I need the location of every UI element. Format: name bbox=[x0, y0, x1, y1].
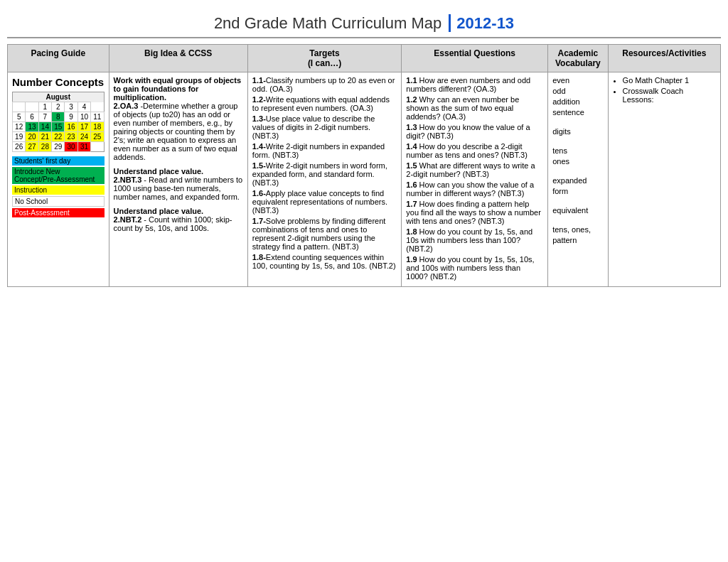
vocab-item: addition bbox=[552, 97, 603, 106]
calendar-row: 1 2 3 4 bbox=[13, 102, 105, 112]
vocab-item: sentence bbox=[552, 108, 603, 117]
vocab-cell: even odd addition sentence digits tens o… bbox=[548, 72, 608, 287]
legend-noschool: No School bbox=[12, 196, 105, 207]
header-targets: Targets(I can…) bbox=[247, 45, 401, 72]
header-vocab: AcademicVocabulary bbox=[548, 45, 608, 72]
list-item: 1.3 How do you know the value of a digit… bbox=[406, 123, 543, 140]
legend-firstday: Students' first day bbox=[12, 156, 105, 166]
list-item: 1.3-Use place value to describe the valu… bbox=[252, 114, 397, 140]
bigidea-section1: Work with equal groups of objects to gai… bbox=[114, 76, 243, 161]
questions-cell: 1.1 How are even numbers and odd numbers… bbox=[402, 72, 548, 287]
list-item: 1.2 Why can an even number be shown as t… bbox=[406, 95, 543, 121]
vocab-item: equivalent bbox=[552, 206, 603, 215]
legend: Students' first day Introduce New Concep… bbox=[12, 156, 105, 217]
resources-cell: Go Math Chapter 1 Crosswalk Coach Lesson… bbox=[608, 72, 720, 287]
list-item: 1.5 What are different ways to write a 2… bbox=[406, 161, 543, 178]
bigidea-desc1: -Determine whether a group of objects (u… bbox=[114, 102, 238, 161]
vocab-item: ones bbox=[552, 157, 603, 166]
vocab-item: tens bbox=[552, 146, 603, 155]
bigidea-section3: Understand place value. 2.NBT.2 - Count … bbox=[114, 207, 243, 232]
bigidea-standard3: 2.NBT.2 bbox=[114, 215, 142, 224]
bigidea-title3: Understand place value. bbox=[114, 207, 204, 215]
list-item: 1.1 How are even numbers and odd numbers… bbox=[406, 76, 543, 93]
list-item: 1.5-Write 2-digit numbers in word form, … bbox=[252, 161, 397, 187]
title-year: 2012-13 bbox=[449, 14, 514, 32]
content-row: Number Concepts August 1 2 3 4 5 bbox=[8, 72, 721, 287]
table-header-row: Pacing Guide Big Idea & CCSS Targets(I c… bbox=[8, 45, 721, 72]
bigidea-section2: Understand place value. 2.NBT.3 - Read a… bbox=[114, 167, 243, 201]
vocab-item: tens, ones, bbox=[552, 225, 603, 234]
list-item: 1.2-Write equations with equal addends t… bbox=[252, 95, 397, 112]
calendar-month: August bbox=[13, 92, 105, 102]
vocab-item: form bbox=[552, 187, 603, 195]
header-questions: Essential Questions bbox=[402, 45, 548, 72]
list-item: 1.6-Apply place value concepts to find e… bbox=[252, 189, 397, 215]
calendar-row: 12 13 14 15 16 17 18 bbox=[13, 122, 105, 132]
list-item: 1.7 How does finding a pattern help you … bbox=[406, 200, 543, 225]
targets-list: 1.1-Classify numbers up to 20 as even or… bbox=[252, 76, 397, 270]
bigidea-standard2: 2.NBT.3 bbox=[114, 175, 142, 184]
legend-introduce: Introduce New Concept/Pre-Assessment bbox=[12, 167, 105, 184]
list-item: 1.7-Solve problems by finding different … bbox=[252, 217, 397, 251]
section-title: Number Concepts bbox=[12, 76, 105, 88]
vocab-item: expanded bbox=[552, 176, 603, 185]
legend-postassessment: Post-Assessment bbox=[12, 208, 105, 217]
title-main: 2nd Grade Math Curriculum Map bbox=[214, 14, 441, 32]
list-item: 1.8 How do you count by 1s, 5s, and 10s … bbox=[406, 227, 543, 253]
calendar-row: 5 6 7 8 9 10 11 bbox=[13, 112, 105, 122]
list-item: Go Math Chapter 1 bbox=[623, 76, 716, 85]
list-item: 1.9 How do you count by 1s, 5s, 10s, and… bbox=[406, 255, 543, 281]
list-item: 1.1-Classify numbers up to 20 as even or… bbox=[252, 76, 397, 93]
legend-instruction: Instruction bbox=[12, 185, 105, 195]
bigidea-title2: Understand place value. bbox=[114, 167, 204, 175]
list-item: 1.8-Extend counting sequences within 100… bbox=[252, 253, 397, 270]
list-item: 1.4-Write 2-digit numbers in expanded fo… bbox=[252, 142, 397, 159]
vocab-item: pattern bbox=[552, 236, 603, 244]
list-item: 1.4 How do you describe a 2-digit number… bbox=[406, 142, 543, 159]
bigidea-title1: Work with equal groups of objects to gai… bbox=[114, 76, 241, 102]
calendar-row: 19 20 21 22 23 24 25 bbox=[13, 132, 105, 142]
header-resources: Resources/Activities bbox=[608, 45, 720, 72]
curriculum-table: Pacing Guide Big Idea & CCSS Targets(I c… bbox=[7, 44, 721, 287]
pacing-cell: Number Concepts August 1 2 3 4 5 bbox=[8, 72, 109, 287]
questions-list: 1.1 How are even numbers and odd numbers… bbox=[406, 76, 543, 281]
header-bigidea: Big Idea & CCSS bbox=[109, 45, 247, 72]
list-item: 1.6 How can you show the value of a numb… bbox=[406, 180, 543, 198]
bigidea-cell: Work with equal groups of objects to gai… bbox=[109, 72, 247, 287]
calendar-row: 26 27 28 29 30 31 bbox=[13, 142, 105, 152]
calendar-table: August 1 2 3 4 5 6 7 8 bbox=[12, 92, 105, 152]
list-item: Crosswalk Coach Lessons: bbox=[623, 87, 716, 104]
targets-cell: 1.1-Classify numbers up to 20 as even or… bbox=[247, 72, 401, 287]
vocab-item: odd bbox=[552, 87, 603, 95]
vocab-item: even bbox=[552, 76, 603, 85]
resources-list: Go Math Chapter 1 Crosswalk Coach Lesson… bbox=[613, 76, 716, 104]
vocab-item: digits bbox=[552, 127, 603, 136]
bigidea-standard1: 2.OA.3 bbox=[114, 102, 139, 110]
header-pacing: Pacing Guide bbox=[8, 45, 109, 72]
page-title: 2nd Grade Math Curriculum Map 2012-13 bbox=[7, 7, 721, 38]
